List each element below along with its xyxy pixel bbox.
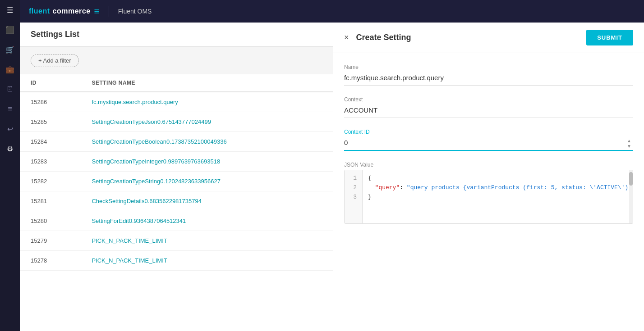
add-filter-button[interactable]: + Add a filter [31,54,79,67]
main-sidebar: ☰ ⬛ 🛒 💼 🖹 ≡ ↩ ⚙ [0,0,20,331]
context-id-input[interactable] [344,137,625,150]
line-number-1: 1 [350,174,357,183]
submit-button[interactable]: SUBMIT [586,30,633,45]
app-name: Fluent OMS [118,8,152,15]
row-name[interactable]: SettingCreationTypeJson0.675143777024499 [81,112,333,132]
row-id: 15282 [20,172,81,191]
table-row: 15286 fc.mystique.search.product.query [20,92,333,112]
json-editor[interactable]: 1 2 3 { "query": "query products {varian… [344,170,633,224]
row-id: 15285 [20,112,81,132]
name-label: Name [344,64,633,70]
json-content: { "query": "query products {variantProdu… [363,170,633,223]
spinner-buttons: ▲ ▼ [625,138,633,149]
row-name[interactable]: SettingCreationTypeInteger0.989763976369… [81,152,333,172]
json-value-label: JSON Value [344,162,633,168]
drawer-header-left: × Create Setting [344,33,411,42]
line-numbers: 1 2 3 [345,170,363,223]
json-colon: : [400,184,407,191]
main-area: fluentcommerce ≡ Fluent OMS Settings Lis… [20,0,644,331]
context-field: Context ACCOUNT [344,96,633,118]
returns-icon[interactable]: ↩ [0,119,20,139]
filter-bar: + Add a filter [20,47,333,74]
content-wrapper: Settings List + Add a filter Id Setting … [20,23,644,331]
table-body: 15286 fc.mystique.search.product.query 1… [20,92,333,271]
catalog-icon[interactable]: 🖹 [0,79,20,99]
row-id: 15283 [20,152,81,172]
line-number-3: 3 [350,193,357,202]
json-key: "query" [375,184,400,191]
app-logo: fluentcommerce ≡ [29,6,100,17]
left-panel: Settings List + Add a filter Id Setting … [20,23,333,331]
table-row: 15285 SettingCreationTypeJson0.675143777… [20,112,333,132]
drawer-header: × Create Setting SUBMIT [333,23,644,53]
orders-icon[interactable]: 🛒 [0,40,20,59]
drawer-body: Name fc.mystique.search.product.query Co… [333,53,644,331]
inventory-icon[interactable]: 💼 [0,59,20,79]
table-row: 15279 PICK_N_PACK_TIME_LIMIT [20,231,333,251]
page-header: Settings List [20,23,333,47]
row-name[interactable]: fc.mystique.search.product.query [81,92,333,112]
create-setting-drawer: × Create Setting SUBMIT Name fc.mystique… [333,23,644,331]
page-title: Settings List [31,30,322,39]
drawer-title: Create Setting [356,33,411,42]
close-button[interactable]: × [344,33,349,42]
table-header-row: Id Setting Name [20,74,333,92]
json-line-1: { [368,174,627,183]
name-value: fc.mystique.search.product.query [344,72,633,86]
context-id-label: Context ID [344,129,633,135]
list-icon[interactable]: ≡ [0,99,20,119]
logo-icon: ≡ [94,6,100,17]
row-name[interactable]: SettingForEdit0.9364387064512341 [81,211,333,231]
line-number-2: 2 [350,183,357,193]
dashboard-icon[interactable]: ⬛ [0,20,20,40]
menu-icon[interactable]: ☰ [0,0,20,20]
spinner-up-button[interactable]: ▲ [625,138,633,144]
row-name[interactable]: SettingCreationTypeString0.1202482363395… [81,172,333,191]
row-name[interactable]: PICK_N_PACK_TIME_LIMIT [81,231,333,251]
context-id-input-wrapper: ▲ ▼ [344,137,633,151]
table-header: Id Setting Name [20,74,333,92]
table-row: 15282 SettingCreationTypeString0.1202482… [20,172,333,191]
col-setting-name: Setting Name [81,74,333,92]
spinner-down-button[interactable]: ▼ [625,144,633,149]
row-id: 15284 [20,132,81,152]
row-name[interactable]: PICK_N_PACK_TIME_LIMIT [81,251,333,271]
row-name[interactable]: CheckSettingDetails0.6835622981735794 [81,191,333,211]
context-value: ACCOUNT [344,104,633,118]
table-row: 15280 SettingForEdit0.9364387064512341 [20,211,333,231]
context-id-field: Context ID ▲ ▼ [344,129,633,151]
row-id: 15286 [20,92,81,112]
settings-icon[interactable]: ⚙ [0,139,20,159]
row-id: 15281 [20,191,81,211]
table-row: 15278 PICK_N_PACK_TIME_LIMIT [20,251,333,271]
context-label: Context [344,96,633,103]
logo-text-commerce: commerce [53,7,91,15]
row-id: 15280 [20,211,81,231]
table-row: 15283 SettingCreationTypeInteger0.989763… [20,152,333,172]
json-value-field: JSON Value 1 2 3 { "query": "query produ… [344,162,633,224]
row-id: 15278 [20,251,81,271]
row-id: 15279 [20,231,81,251]
json-scrollbar[interactable] [629,170,633,223]
topbar-divider [109,6,109,17]
table-row: 15281 CheckSettingDetails0.6835622981735… [20,191,333,211]
table-container: Id Setting Name 15286 fc.mystique.search… [20,74,333,331]
name-field: Name fc.mystique.search.product.query [344,64,633,86]
row-name[interactable]: SettingCreationTypeBoolean0.173873521000… [81,132,333,152]
json-line-3: } [368,193,627,202]
json-value-string: "query products {variantProducts (first:… [407,184,633,191]
settings-table: Id Setting Name 15286 fc.mystique.search… [20,74,333,271]
col-id: Id [20,74,81,92]
json-scrollbar-thumb [629,172,633,186]
table-row: 15284 SettingCreationTypeBoolean0.173873… [20,132,333,152]
close-brace: } [368,194,372,200]
json-line-2: "query": "query products {variantProduct… [368,183,627,193]
open-brace: { [368,175,372,181]
topbar: fluentcommerce ≡ Fluent OMS [20,0,644,23]
logo-text-fluent: fluent [29,7,50,15]
